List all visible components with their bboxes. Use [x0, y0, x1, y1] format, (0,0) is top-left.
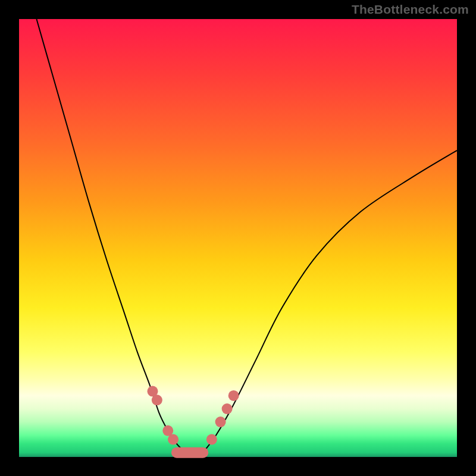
chart-container: TheBottleneck.com — [0, 0, 476, 476]
curves-svg — [19, 19, 457, 457]
left-curve — [36, 19, 185, 453]
plot-area — [19, 19, 457, 457]
curve-marker-dot — [228, 390, 239, 401]
curve-marker-dot — [152, 394, 162, 405]
curve-marker-dot — [222, 403, 233, 414]
curve-marker-dot — [168, 434, 178, 445]
watermark-text: TheBottleneck.com — [352, 2, 469, 17]
curve-marker-dot — [215, 416, 226, 427]
right-curve — [203, 151, 457, 453]
curve-marker-dot — [206, 434, 217, 445]
